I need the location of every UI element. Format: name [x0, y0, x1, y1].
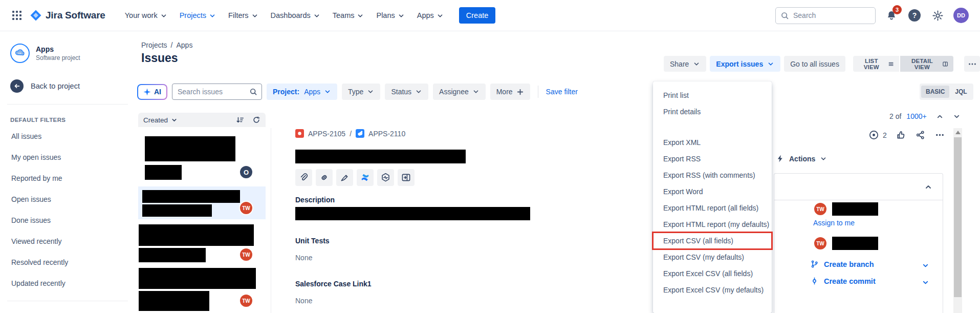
project-filter-chip[interactable]: Project: Apps: [267, 84, 337, 100]
nav-dashboards[interactable]: Dashboards: [266, 7, 325, 24]
sort-direction-button[interactable]: [236, 116, 244, 124]
menu-item-export-rss[interactable]: Export RSS: [653, 151, 772, 167]
list-view-button[interactable]: LIST VIEW: [853, 56, 899, 72]
issue-key[interactable]: APPS-2110: [368, 130, 405, 138]
sidebar-item-done-issues[interactable]: Done issues: [10, 211, 126, 229]
open-panel-button[interactable]: [398, 169, 415, 186]
chevron-down-icon: [160, 12, 167, 19]
menu-item-export-rss-comments[interactable]: Export RSS (with comments): [653, 167, 772, 183]
sidebar-item-reported-by-me[interactable]: Reported by me: [10, 169, 126, 187]
pager-previous-button[interactable]: [936, 113, 944, 120]
issue-title-redacted: [295, 150, 466, 163]
assignee-filter-chip[interactable]: Assignee: [433, 84, 486, 100]
view-all-filters-link[interactable]: View all filters: [10, 308, 126, 313]
save-filter-link[interactable]: Save filter: [546, 88, 578, 96]
menu-item-export-excel-csv-defaults[interactable]: Export Excel CSV (my defaults): [653, 282, 772, 298]
scrollbar-thumb[interactable]: [954, 137, 962, 297]
menu-item-export-html-defaults[interactable]: Export HTML report (my defaults): [653, 216, 772, 233]
parent-issue-key[interactable]: APPS-2105: [308, 130, 345, 138]
search-input[interactable]: [775, 7, 876, 24]
export-issues-button[interactable]: Export issues: [710, 56, 780, 72]
project-header[interactable]: Apps Software project: [10, 44, 126, 63]
more-actions-button[interactable]: [964, 56, 980, 72]
create-button[interactable]: Create: [459, 7, 496, 24]
create-branch-button[interactable]: Create branch: [810, 260, 874, 268]
arrow-left-icon: [10, 79, 24, 93]
project-type: Software project: [36, 54, 80, 61]
ai-button[interactable]: AI: [137, 84, 167, 100]
assign-to-me-link[interactable]: Assign to me: [813, 219, 855, 227]
detail-view-button[interactable]: DETAIL VIEW: [900, 56, 953, 72]
salesforce-value: None: [295, 297, 312, 305]
issue-more-button[interactable]: [934, 130, 945, 140]
nav-filters[interactable]: Filters: [223, 7, 263, 24]
breadcrumb-apps[interactable]: Apps: [176, 41, 192, 49]
nav-apps[interactable]: Apps: [412, 7, 449, 24]
sidebar-item-viewed-recently[interactable]: Viewed recently: [10, 232, 126, 251]
chevron-down-icon: [767, 60, 774, 68]
list-item[interactable]: O: [138, 131, 266, 185]
chevron-down-icon: [367, 88, 374, 95]
sort-field-dropdown[interactable]: Created: [143, 116, 178, 124]
sidebar-item-all-issues[interactable]: All issues: [10, 127, 126, 145]
nav-projects[interactable]: Projects: [175, 7, 221, 24]
nav-teams[interactable]: Teams: [328, 7, 369, 24]
create-branch-chevron[interactable]: [922, 262, 929, 269]
menu-item-export-csv-defaults[interactable]: Export CSV (my defaults): [653, 249, 772, 265]
link-button[interactable]: [316, 169, 333, 186]
menu-item-print-list[interactable]: Print list: [653, 87, 772, 103]
nav-your-work[interactable]: Your work: [120, 7, 172, 24]
menu-item-export-xml[interactable]: Export XML: [653, 134, 772, 151]
ai-sparkle-icon: [143, 88, 151, 96]
quill-button[interactable]: [336, 169, 353, 186]
list-item[interactable]: TW: [138, 268, 266, 313]
diagnostics-button[interactable]: [377, 169, 394, 186]
issue-search-input[interactable]: [172, 84, 262, 100]
sidebar-item-my-open-issues[interactable]: My open issues: [10, 148, 126, 166]
scroll-up-arrow-icon[interactable]: [955, 131, 961, 134]
watch-button[interactable]: 2: [868, 130, 887, 140]
basic-mode-button[interactable]: BASIC: [921, 86, 949, 98]
share-button[interactable]: Share: [664, 56, 706, 72]
back-to-project[interactable]: Back to project: [10, 79, 126, 93]
menu-item-export-html-all[interactable]: Export HTML report (all fields): [653, 200, 772, 216]
menu-item-export-csv-all-highlighted[interactable]: Export CSV (all fields): [653, 233, 772, 249]
status-filter-chip[interactable]: Status: [385, 84, 428, 100]
unit-tests-value: None: [295, 254, 312, 262]
pager-total-link[interactable]: 1000+: [906, 112, 926, 120]
chevron-down-icon: [171, 117, 178, 123]
sidebar-item-open-issues[interactable]: Open issues: [10, 190, 126, 208]
redacted-text: [142, 190, 240, 203]
sidebar-item-resolved-recently[interactable]: Resolved recently: [10, 253, 126, 272]
refresh-button[interactable]: [252, 116, 260, 124]
more-filters-chip[interactable]: More: [490, 84, 530, 100]
menu-item-print-details[interactable]: Print details: [653, 103, 772, 120]
create-commit-chevron[interactable]: [922, 279, 929, 286]
vote-button[interactable]: [896, 130, 906, 140]
jql-mode-button[interactable]: JQL: [950, 86, 971, 98]
menu-item-export-excel-csv-all[interactable]: Export Excel CSV (all fields): [653, 265, 772, 282]
confluence-button[interactable]: [357, 169, 374, 186]
attach-button[interactable]: [295, 169, 312, 186]
jira-logo[interactable]: Jira Software: [30, 9, 105, 22]
pager-next-button[interactable]: [953, 113, 961, 120]
user-avatar[interactable]: DD: [953, 8, 969, 23]
notifications-button[interactable]: 3: [884, 8, 899, 23]
settings-button[interactable]: [930, 8, 945, 23]
actions-dropdown[interactable]: Actions: [776, 154, 827, 163]
details-panel-header[interactable]: [774, 174, 943, 200]
list-item-selected[interactable]: TW: [138, 186, 266, 219]
breadcrumb-projects[interactable]: Projects: [141, 41, 167, 49]
reporter-avatar: TW: [813, 236, 827, 251]
menu-item-export-word[interactable]: Export Word: [653, 183, 772, 200]
help-icon: [908, 9, 921, 22]
go-to-all-issues-button[interactable]: Go to all issues: [784, 56, 845, 72]
share-issue-button[interactable]: [915, 130, 926, 140]
nav-plans[interactable]: Plans: [371, 7, 409, 24]
page-scrollbar[interactable]: [953, 128, 962, 313]
sidebar-item-updated-recently[interactable]: Updated recently: [10, 274, 126, 293]
app-switcher-icon[interactable]: [11, 10, 23, 21]
create-commit-button[interactable]: Create commit: [810, 277, 876, 285]
help-button[interactable]: [907, 8, 922, 23]
type-filter-chip[interactable]: Type: [342, 84, 380, 100]
